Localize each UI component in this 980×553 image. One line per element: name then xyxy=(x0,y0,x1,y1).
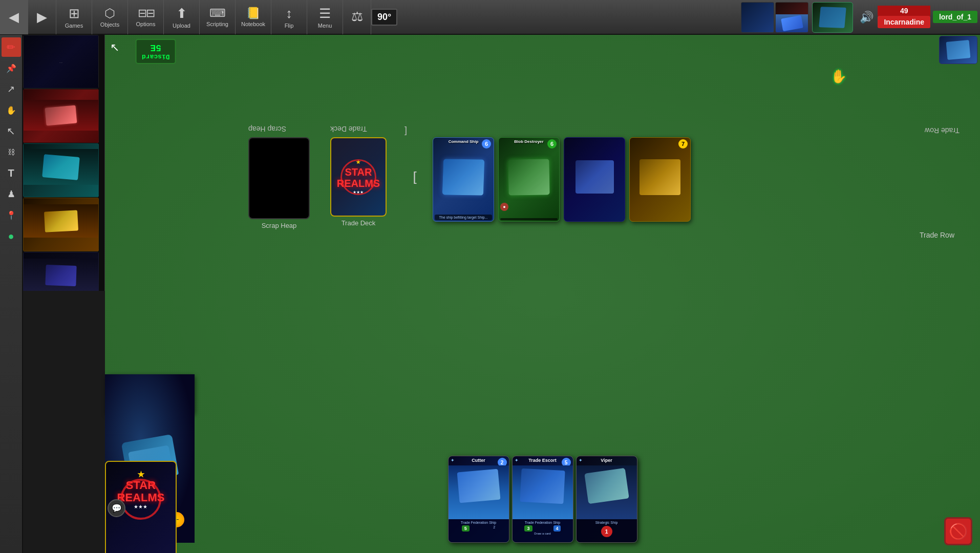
player-hand-area: Cutter 2 ✦ Trade Federation Ship 5 2 Tra… xyxy=(448,456,637,543)
upload-button[interactable]: ⬆ Upload xyxy=(164,0,200,34)
bracket-bottom-label xyxy=(402,219,428,227)
player-area-top-right: 🔊 49 Incarnadine lord_of_1 xyxy=(741,0,980,35)
tool-pin[interactable]: 📌 xyxy=(2,58,21,78)
tool-text[interactable]: T xyxy=(2,163,21,183)
notebook-label: Notebook xyxy=(241,21,265,27)
pin2-icon: 📍 xyxy=(6,210,16,220)
tool-cursor[interactable]: ↖ xyxy=(2,121,21,141)
trade-card-4[interactable]: 7 xyxy=(629,137,691,222)
upload-label: Upload xyxy=(173,23,190,29)
nav-forward-button[interactable]: ▶ xyxy=(28,0,56,34)
scrap-heap-card[interactable] xyxy=(248,137,310,219)
trade-row-label-inverted: Trade Row xyxy=(925,126,960,135)
trade-row-label-area: Trade Row xyxy=(920,230,954,240)
cursor-icon: ↖ xyxy=(7,125,15,137)
player1-name-tag: Incarnadine xyxy=(878,16,930,28)
arrow-left-icon: ◀ xyxy=(9,9,19,25)
tool-link[interactable]: ⛓ xyxy=(2,142,21,162)
trade-card-blob-destroyer[interactable]: Blob Destroyer 6 ● xyxy=(498,137,560,222)
player-cursor: ↖ xyxy=(110,40,119,54)
scripting-button[interactable]: ⌨ Scripting xyxy=(200,0,236,34)
ruler-icon: ↗ xyxy=(7,83,15,95)
scripting-icon: ⌨ xyxy=(209,7,226,20)
trade-deck-label: Trade Deck xyxy=(330,219,387,227)
scrap-heap-label: Scrap Heap xyxy=(248,222,310,229)
card-thumb-2 xyxy=(775,2,808,33)
rotation-display: 90° xyxy=(371,9,397,26)
volume-icon[interactable]: 🔊 xyxy=(860,11,874,24)
player1-badge: 49 Incarnadine xyxy=(878,6,930,29)
opponent-card-1[interactable] xyxy=(939,36,977,64)
flip-button[interactable]: ↕ Flip xyxy=(271,0,307,34)
chat-area: 💬 xyxy=(108,499,125,517)
tool-hand[interactable]: ✋ xyxy=(2,100,21,120)
left-panel-card-4[interactable] xyxy=(23,198,99,251)
games-icon: ⊞ xyxy=(69,6,80,22)
text-icon: T xyxy=(8,167,14,179)
opponent-discard-area: Discard 5E xyxy=(136,39,176,64)
discard-top-value: 5E xyxy=(142,42,170,53)
objects-icon: ⬡ xyxy=(104,6,115,20)
opponent-cursor: ✋ xyxy=(830,68,847,84)
hand-card-trade-escort[interactable]: Trade Escort 5 ✦ Trade Federation Ship 3… xyxy=(512,456,573,543)
pencil-icon: ✏ xyxy=(7,41,15,53)
player2-name: lord_of_1 xyxy=(939,13,971,21)
trade-row-area: Command Ship 6 The ship befitting target… xyxy=(433,137,691,222)
chat-button[interactable]: 💬 xyxy=(108,499,125,517)
tool-pin2[interactable]: 📍 xyxy=(2,205,21,225)
link-icon: ⛓ xyxy=(8,148,15,156)
card-thumbnails xyxy=(741,2,853,33)
options-icon: ⊟⊟ xyxy=(138,7,154,20)
menu-button[interactable]: ☰ Menu xyxy=(307,0,343,34)
notebook-button[interactable]: 📒 Notebook xyxy=(236,0,271,34)
opponent-hand-cards xyxy=(939,36,977,64)
trade-card-command-ship[interactable]: Command Ship 6 The ship befitting target… xyxy=(433,137,494,222)
menu-label: Menu xyxy=(318,23,332,29)
scrap-heap-label-inverted: Scrap Heap xyxy=(248,124,286,134)
upload-icon: ⬆ xyxy=(176,6,187,22)
player1-name: Incarnadine xyxy=(884,18,924,26)
pin-icon: 📌 xyxy=(6,63,16,73)
tool-ruler[interactable]: ↗ xyxy=(2,79,21,99)
discard-top-label: Discard xyxy=(142,53,170,60)
trade-row-label: Trade Row xyxy=(920,231,954,239)
scripting-label: Scripting xyxy=(206,21,228,27)
prohibition-button[interactable]: 🚫 xyxy=(944,517,972,545)
options-button[interactable]: ⊟⊟ Options xyxy=(128,0,164,34)
tool-circle[interactable]: ● xyxy=(2,226,21,246)
objects-label: Objects xyxy=(100,22,119,28)
card-thumb-1 xyxy=(741,2,774,33)
trade-deck-card[interactable]: ★ STARREALMS ★★★ xyxy=(330,137,387,217)
bracket-area: [ xyxy=(402,137,428,227)
weights-icon: ⚖ xyxy=(351,9,363,25)
bracket-label: [ xyxy=(413,169,416,185)
player1-score: 49 xyxy=(878,6,930,16)
scrap-heap-area: Scrap Heap xyxy=(248,137,310,229)
left-panel-card-1[interactable]: ... xyxy=(23,35,99,89)
hand-card-cutter[interactable]: Cutter 2 ✦ Trade Federation Ship 5 2 xyxy=(448,456,509,543)
circle-icon: ● xyxy=(8,230,14,242)
options-label: Options xyxy=(136,21,156,27)
left-cards-panel: ... xyxy=(23,35,105,291)
flip-icon: ↕ xyxy=(286,6,292,22)
games-label: Games xyxy=(65,23,83,29)
trade-card-3[interactable] xyxy=(564,137,625,222)
chat-icon: 💬 xyxy=(112,503,122,513)
left-panel-card-3[interactable] xyxy=(23,143,99,197)
left-panel-card-2[interactable] xyxy=(23,89,99,143)
weights-button[interactable]: ⚖ xyxy=(343,0,371,34)
left-panel-card-5[interactable] xyxy=(23,252,99,291)
player2-name-tag: lord_of_1 xyxy=(933,11,977,23)
hand-card-viper[interactable]: Viper ✦ Strategic Ship 1 xyxy=(576,456,637,543)
nav-back-button[interactable]: ◀ xyxy=(0,0,28,34)
objects-button[interactable]: ⬡ Objects xyxy=(92,0,128,34)
figure-icon: ♟ xyxy=(7,188,15,200)
player2-badge: lord_of_1 xyxy=(933,11,977,24)
trade-deck-label-inverted: Trade Deck xyxy=(330,124,367,134)
hand-icon: ✋ xyxy=(6,105,16,115)
games-button[interactable]: ⊞ Games xyxy=(56,0,92,34)
arrow-right-icon: ▶ xyxy=(37,9,47,25)
left-sidebar: ✏ 📌 ↗ ✋ ↖ ⛓ T ♟ 📍 ● xyxy=(0,35,23,553)
tool-pencil[interactable]: ✏ xyxy=(2,37,21,57)
tool-figure[interactable]: ♟ xyxy=(2,184,21,204)
